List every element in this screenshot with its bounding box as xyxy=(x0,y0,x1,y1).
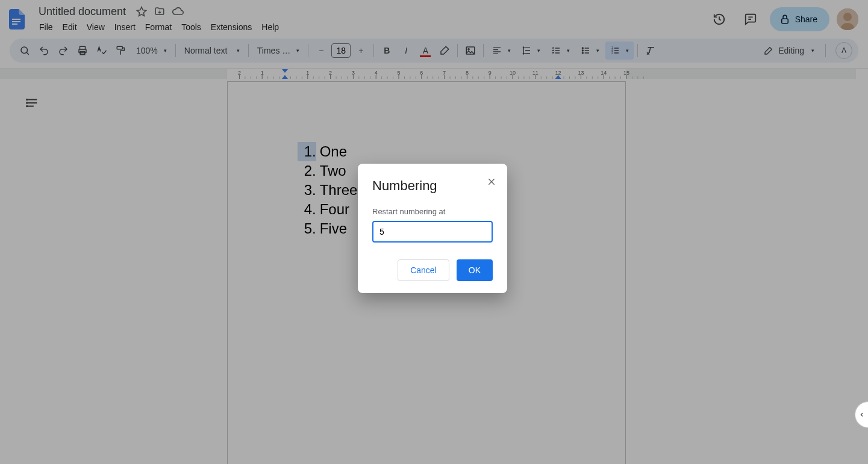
star-icon[interactable] xyxy=(136,5,148,17)
svg-rect-112 xyxy=(0,79,10,464)
svg-text:10: 10 xyxy=(510,70,516,76)
share-button[interactable]: Share xyxy=(770,7,829,31)
font-dropdown[interactable]: Times … xyxy=(252,42,304,60)
page-content: 1.One2.Two3.Three4.Four5.Five xyxy=(298,142,357,238)
svg-text:7: 7 xyxy=(443,70,446,76)
zoom-dropdown[interactable]: 100% xyxy=(131,42,172,60)
svg-text:13: 13 xyxy=(578,70,584,76)
document-title-input[interactable]: Untitled document xyxy=(35,4,130,19)
svg-rect-21 xyxy=(0,69,227,79)
svg-text:15: 15 xyxy=(623,70,629,76)
undo-icon[interactable] xyxy=(35,42,53,60)
dialog-title: Numbering xyxy=(372,178,493,194)
bold-button[interactable]: B xyxy=(378,42,396,60)
separator xyxy=(248,44,249,57)
spellcheck-icon[interactable] xyxy=(93,42,111,60)
menubar: File Edit View Insert Format Tools Exten… xyxy=(35,20,283,34)
redo-icon[interactable] xyxy=(54,42,72,60)
insert-image-icon[interactable] xyxy=(461,42,479,60)
menu-file[interactable]: File xyxy=(35,20,57,34)
svg-text:2: 2 xyxy=(238,70,241,76)
separator xyxy=(373,44,374,57)
title-area: Untitled document File Edit View Insert … xyxy=(35,4,283,34)
svg-point-12 xyxy=(468,49,469,50)
outline-toggle-icon[interactable] xyxy=(24,94,41,111)
numbering-dialog: Numbering Restart numbering at Cancel OK xyxy=(358,164,507,293)
menu-tools[interactable]: Tools xyxy=(177,20,205,34)
svg-text:5: 5 xyxy=(397,70,400,76)
close-icon[interactable] xyxy=(484,175,499,189)
clear-formatting-icon[interactable] xyxy=(642,42,660,60)
history-icon[interactable] xyxy=(707,7,731,31)
svg-rect-1 xyxy=(12,21,20,22)
print-icon[interactable] xyxy=(73,42,92,60)
restart-number-input[interactable] xyxy=(372,221,493,243)
menu-edit[interactable]: Edit xyxy=(58,20,81,34)
line-spacing-dropdown[interactable] xyxy=(517,42,545,60)
bulleted-list-dropdown[interactable] xyxy=(576,42,604,60)
comments-icon[interactable] xyxy=(738,7,763,31)
svg-text:9: 9 xyxy=(489,70,492,76)
collapse-toolbar-icon[interactable]: ᐱ xyxy=(835,42,852,59)
separator xyxy=(457,44,458,57)
font-size-decrease[interactable]: − xyxy=(312,42,330,60)
menu-format[interactable]: Format xyxy=(141,20,176,34)
search-menus-icon[interactable] xyxy=(16,42,34,60)
dialog-field-label: Restart numbering at xyxy=(372,207,493,216)
svg-text:3: 3 xyxy=(352,70,355,76)
svg-rect-3 xyxy=(781,19,788,23)
separator xyxy=(308,44,308,57)
menu-view[interactable]: View xyxy=(83,20,109,34)
toolbar: 100% Normal text Times … − 18 + B I A 12… xyxy=(10,39,858,63)
account-avatar[interactable] xyxy=(837,8,858,30)
cancel-button[interactable]: Cancel xyxy=(398,259,449,281)
svg-text:2: 2 xyxy=(329,70,332,76)
list-item: 5.Five xyxy=(298,219,357,238)
list-item: 1.One xyxy=(298,142,357,161)
list-item: 4.Four xyxy=(298,200,357,219)
separator xyxy=(637,44,638,57)
separator xyxy=(483,44,484,57)
cloud-status-icon[interactable] xyxy=(172,5,184,17)
list-item: 3.Three xyxy=(298,181,357,200)
share-label: Share xyxy=(795,14,817,24)
separator xyxy=(175,44,176,57)
paragraph-style-dropdown[interactable]: Normal text xyxy=(180,42,245,60)
move-icon[interactable] xyxy=(154,5,166,17)
paint-format-icon[interactable] xyxy=(112,42,130,60)
svg-point-6 xyxy=(21,47,28,54)
horizontal-ruler[interactable]: 21123456789101112131415 xyxy=(0,69,856,79)
checklist-dropdown[interactable] xyxy=(546,42,575,60)
docs-logo[interactable] xyxy=(5,7,29,31)
svg-text:11: 11 xyxy=(532,70,539,76)
highlight-button[interactable] xyxy=(436,42,454,60)
vertical-ruler[interactable] xyxy=(0,79,10,464)
font-size-input[interactable]: 18 xyxy=(331,43,351,58)
svg-text:1: 1 xyxy=(306,70,309,76)
svg-point-113 xyxy=(27,99,28,101)
font-size-increase[interactable]: + xyxy=(352,42,370,60)
svg-text:12: 12 xyxy=(555,70,561,76)
svg-rect-2 xyxy=(12,23,17,25)
ok-button[interactable]: OK xyxy=(457,259,493,281)
svg-point-13 xyxy=(582,48,584,49)
text-color-button[interactable]: A xyxy=(416,42,434,60)
svg-text:6: 6 xyxy=(420,70,423,76)
svg-text:8: 8 xyxy=(466,70,469,76)
menu-insert[interactable]: Insert xyxy=(110,20,140,34)
numbered-list-dropdown[interactable]: 123 xyxy=(605,42,634,60)
mode-dropdown[interactable]: Editing xyxy=(758,41,820,60)
svg-point-115 xyxy=(27,106,28,107)
svg-text:14: 14 xyxy=(601,70,607,76)
svg-text:3: 3 xyxy=(611,51,613,54)
menu-extensions[interactable]: Extensions xyxy=(207,20,256,34)
italic-button[interactable]: I xyxy=(397,42,415,60)
svg-point-14 xyxy=(582,50,584,51)
align-dropdown[interactable] xyxy=(487,42,516,60)
menu-help[interactable]: Help xyxy=(257,20,283,34)
svg-point-15 xyxy=(582,52,584,54)
svg-rect-20 xyxy=(227,69,626,79)
header-actions: Share xyxy=(707,7,858,31)
svg-point-5 xyxy=(843,13,852,21)
svg-text:1: 1 xyxy=(261,70,264,76)
